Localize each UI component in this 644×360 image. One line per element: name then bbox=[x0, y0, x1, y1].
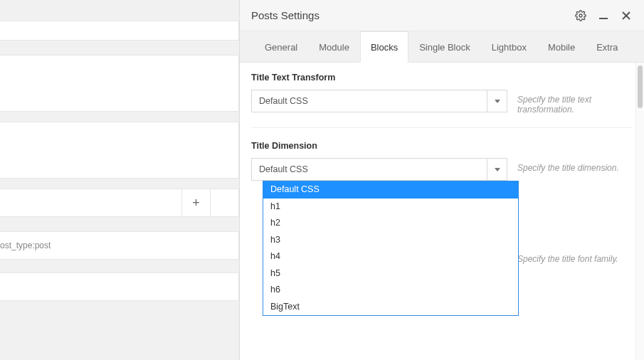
dropdown-option[interactable]: BigText bbox=[263, 299, 518, 316]
select-value: Default CSS bbox=[252, 90, 487, 112]
panel-body: Title Text Transform Default CSS Specify… bbox=[240, 63, 644, 360]
add-button[interactable]: + bbox=[181, 189, 210, 216]
gear-icon[interactable] bbox=[574, 9, 587, 22]
dropdown-option[interactable]: Default CSS bbox=[263, 181, 518, 198]
dropdown-option[interactable]: h5 bbox=[263, 265, 518, 282]
panel-title: Posts Settings bbox=[251, 9, 320, 21]
tab-lightbox[interactable]: Lightbox bbox=[481, 31, 537, 63]
chevron-down-icon bbox=[487, 90, 507, 112]
left-block bbox=[0, 122, 239, 179]
settings-panel: Posts Settings General Module Blocks Sin… bbox=[239, 0, 644, 360]
dropdown-option[interactable]: h1 bbox=[263, 198, 518, 216]
left-pane: + ost_type:post bbox=[0, 0, 239, 360]
left-block bbox=[0, 55, 239, 112]
shortcode-block: ost_type:post bbox=[0, 231, 239, 260]
tab-mobile[interactable]: Mobile bbox=[537, 31, 586, 63]
left-block bbox=[0, 21, 239, 41]
left-extra-slot[interactable] bbox=[210, 189, 238, 216]
dropdown-option[interactable]: h3 bbox=[263, 232, 518, 249]
scrollbar[interactable] bbox=[635, 63, 644, 360]
chevron-down-icon bbox=[487, 159, 507, 180]
hint-text: Specify the title dimension. bbox=[517, 158, 633, 173]
tab-single-block[interactable]: Single Block bbox=[408, 31, 481, 63]
left-block bbox=[0, 272, 239, 301]
panel-header: Posts Settings bbox=[240, 0, 644, 31]
dropdown-option[interactable]: h6 bbox=[263, 282, 518, 299]
tab-extra[interactable]: Extra bbox=[586, 31, 628, 63]
label-title-dimension: Title Dimension bbox=[251, 141, 633, 151]
svg-point-0 bbox=[579, 14, 582, 17]
left-add-row: + bbox=[0, 189, 239, 217]
select-title-dimension[interactable]: Default CSS bbox=[251, 158, 507, 181]
tab-blocks[interactable]: Blocks bbox=[360, 31, 408, 63]
shortcode-text: ost_type:post bbox=[0, 240, 51, 250]
tabs-bar: General Module Blocks Single Block Light… bbox=[240, 31, 644, 63]
section-title-text-transform: Title Text Transform Default CSS Specify… bbox=[251, 73, 633, 128]
select-title-text-transform[interactable]: Default CSS bbox=[251, 90, 507, 112]
minimize-icon[interactable] bbox=[597, 9, 610, 22]
close-icon[interactable] bbox=[620, 9, 633, 22]
tab-general[interactable]: General bbox=[254, 31, 308, 63]
scrollbar-thumb[interactable] bbox=[638, 65, 643, 108]
section-title-dimension: Title Dimension Default CSS Specify the … bbox=[251, 141, 633, 360]
hint-text-font-family: Specify the title font family. bbox=[517, 249, 633, 264]
label-title-text-transform: Title Text Transform bbox=[251, 73, 633, 83]
select-value: Default CSS bbox=[252, 159, 487, 180]
dropdown-title-dimension[interactable]: Default CSS h1 h2 h3 h4 h5 h6 BigText bbox=[263, 181, 519, 316]
dropdown-option[interactable]: h2 bbox=[263, 215, 518, 232]
tab-module[interactable]: Module bbox=[308, 31, 360, 63]
dropdown-option[interactable]: h4 bbox=[263, 248, 518, 265]
hint-text: Specify the title text transformation. bbox=[517, 90, 633, 115]
